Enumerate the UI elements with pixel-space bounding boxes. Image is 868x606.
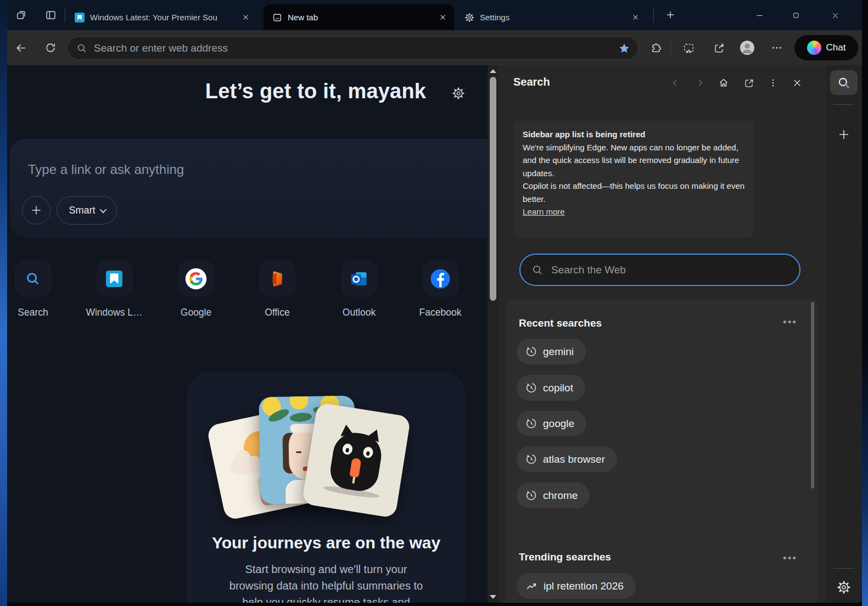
recent-search-pill[interactable]: atlas browser [517,446,617,472]
sidebar-title: Search [513,76,550,88]
rail-divider [833,104,854,105]
new-tab-favicon [272,13,282,23]
sidebar-more-options-icon[interactable] [764,74,782,92]
search-sidebar-panel: Search Sidebar app list is being r [499,65,826,603]
tab-close-icon[interactable] [628,10,642,25]
tab-bar: Windows Latest: Your Premier Sou New tab [7,0,862,30]
profile-avatar[interactable] [738,38,757,57]
outlook-quick-icon[interactable] [341,260,378,297]
tab-title: Windows Latest: Your Premier Sou [90,13,238,22]
google-quick-icon[interactable] [178,260,215,297]
quick-link-office[interactable]: Office [247,260,307,318]
journeys-card: Your journeys are on the way Start brows… [187,371,466,603]
recent-search-label: atlas browser [543,453,605,465]
sidebar-rail [826,65,862,603]
page-settings-gear-icon[interactable] [450,85,467,102]
sidebar-results-panel: Recent searches ••• gemini copilot googl… [506,300,817,603]
learn-more-link[interactable]: Learn more [523,207,565,216]
quick-link-facebook[interactable]: Facebook [410,260,471,318]
sidebar-open-external-icon[interactable] [740,74,758,92]
tab-new-tab[interactable]: New tab [264,4,454,30]
facebook-quick-icon[interactable] [422,260,459,297]
greeting-title: Let’s get to it, mayank [7,80,488,103]
new-tab-page: Let’s get to it, mayank Type a link or a… [7,65,488,603]
workspaces-icon[interactable] [14,8,27,21]
browser-window: Windows Latest: Your Premier Sou New tab [7,0,862,603]
quick-link-search[interactable]: Search [7,260,63,318]
quick-link-label: Facebook [419,307,462,318]
tab-windows-latest[interactable]: Windows Latest: Your Premier Sou [67,4,257,30]
recent-search-pill[interactable]: google [517,411,586,436]
history-icon [525,346,537,357]
add-attachment-button[interactable] [22,196,51,225]
sidebar-home-icon[interactable] [715,74,732,92]
favorites-star-icon[interactable] [618,42,630,54]
ask-placeholder: Type a link or ask anything [28,162,184,177]
office-quick-icon[interactable] [259,260,296,297]
journeys-title: Your journeys are on the way [187,534,466,552]
trending-up-icon [525,580,537,592]
rail-add-button[interactable] [832,122,856,147]
sidebar-close-icon[interactable] [788,74,806,92]
sidebar-search-input[interactable]: Search the Web [519,254,800,286]
tab-title: New tab [288,13,435,22]
journeys-description: Start browsing and we'll turn your brows… [227,561,425,603]
share-icon[interactable] [710,38,729,57]
toolbar-divider [670,41,671,54]
sidebar-forward-icon[interactable] [691,74,709,92]
screenshot-icon[interactable] [679,38,698,57]
wallpaper-right-sliver [862,30,868,606]
quick-link-label: Google [181,307,211,318]
recent-search-label: chrome [543,490,578,502]
ask-input-card[interactable]: Type a link or ask anything Smart [10,139,488,238]
maximize-button[interactable] [788,7,804,24]
quick-link-label: Windows L… [86,307,142,318]
quick-link-google[interactable]: Google [166,260,226,318]
more-options-icon[interactable] [768,38,786,57]
vertical-tabs-icon[interactable] [44,8,57,21]
history-icon [525,453,537,465]
back-button[interactable] [12,38,30,57]
trending-more-icon[interactable]: ••• [783,552,797,564]
quick-link-label: Search [18,307,48,318]
refresh-button[interactable] [41,38,60,57]
close-window-button[interactable] [827,7,843,24]
main-scrollbar[interactable] [488,65,499,603]
scroll-up-arrow[interactable] [490,69,496,73]
rail-search-button[interactable] [830,70,858,95]
quick-link-label: Outlook [343,307,376,318]
copilot-chat-button[interactable]: Chat [794,35,858,60]
quick-link-outlook[interactable]: Outlook [329,260,389,318]
scrollbar-thumb[interactable] [490,77,496,301]
tab-close-icon[interactable] [238,10,253,25]
recent-searches-title: Recent searches [519,317,602,329]
sidebar-search-placeholder: Search the Web [551,264,626,276]
tab-settings[interactable]: Settings [456,4,647,30]
recent-search-pill[interactable]: copilot [517,375,585,401]
rail-divider [833,568,854,569]
desktop: Windows Latest: Your Premier Sou New tab [0,0,868,606]
search-quick-icon[interactable] [15,260,52,297]
recent-more-icon[interactable]: ••• [783,316,797,328]
tab-title: Settings [480,13,628,22]
rail-settings-gear-icon[interactable] [832,576,855,599]
trending-searches-title: Trending searches [519,551,611,563]
trending-search-pill[interactable]: ipl retention 2026 [517,573,636,599]
sidebar-scrollbar-thumb[interactable] [811,302,814,489]
windows-latest-quick-icon[interactable] [96,260,133,297]
smart-mode-dropdown[interactable]: Smart [57,196,117,225]
recent-search-pill[interactable]: chrome [517,482,590,508]
extensions-icon[interactable] [646,38,665,57]
sidebar-back-icon[interactable] [667,74,684,92]
scroll-down-arrow[interactable] [490,595,496,599]
recent-search-label: copilot [543,382,573,394]
search-icon [531,264,544,276]
quick-link-windows-latest[interactable]: Windows L… [84,260,144,318]
windows-latest-favicon [75,13,85,23]
recent-search-pill[interactable]: gemini [517,339,586,364]
copilot-icon [807,41,821,55]
minimize-button[interactable] [751,7,768,24]
tab-close-icon[interactable] [435,10,450,25]
new-tab-button[interactable] [664,8,677,21]
address-bar[interactable]: Search or enter web address [67,36,639,60]
